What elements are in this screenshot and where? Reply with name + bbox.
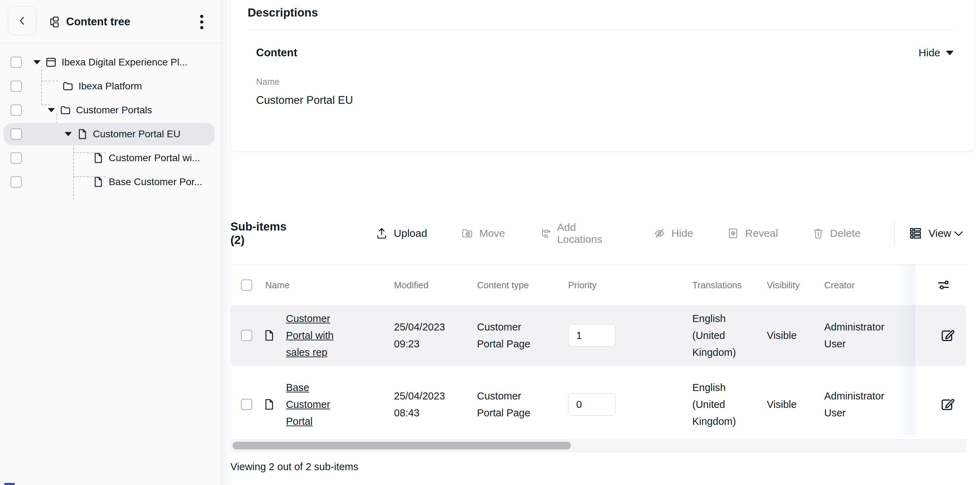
- view-button[interactable]: View: [909, 227, 951, 240]
- caret-down-icon: [946, 51, 954, 55]
- caret-down-icon[interactable]: [65, 132, 72, 136]
- visibility-cell: Visible: [767, 396, 819, 413]
- subitems-toolbar: Upload Move Add Locations Hide: [375, 221, 951, 246]
- subitem-name-link[interactable]: Base Customer Portal: [286, 382, 330, 427]
- file-icon: [263, 398, 275, 411]
- file-icon: [263, 329, 275, 342]
- row-checkbox[interactable]: [241, 330, 252, 341]
- reveal-icon: [727, 227, 740, 240]
- edit-button[interactable]: [939, 396, 955, 413]
- move-button[interactable]: Move: [461, 227, 505, 240]
- tree-item-ibexa-dxp[interactable]: Ibexa Digital Experience Pl...: [0, 50, 221, 74]
- table-header-row: Name Modified Content type Priority Tran…: [231, 265, 966, 305]
- column-header-translations[interactable]: Translations: [692, 279, 742, 290]
- tree-item-customer-portal-eu[interactable]: Customer Portal EU: [0, 122, 221, 146]
- chevron-left-icon: [16, 15, 28, 27]
- priority-input[interactable]: [568, 393, 616, 416]
- add-locations-button[interactable]: Add Locations: [539, 222, 619, 245]
- add-locations-label: Add Locations: [557, 222, 619, 245]
- tree-options-menu-button[interactable]: [194, 13, 208, 31]
- table-row: Customer Portal with sales rep 25/04/202…: [231, 305, 966, 366]
- sidebar-title: Content tree: [66, 16, 130, 28]
- modified-cell: 25/04/2023 09:23: [394, 319, 471, 352]
- horizontal-scrollbar[interactable]: [231, 439, 966, 452]
- content-tree-header: Content tree: [0, 0, 221, 43]
- reveal-button[interactable]: Reveal: [727, 227, 778, 240]
- hide-section-button[interactable]: Hide: [918, 47, 954, 59]
- column-header-priority[interactable]: Priority: [568, 279, 597, 290]
- descriptions-section-title: Descriptions: [248, 6, 954, 19]
- select-all-checkbox[interactable]: [241, 279, 252, 291]
- creator-cell: Administrator User: [824, 319, 893, 352]
- subitems-title: Sub-items (2): [231, 220, 303, 247]
- folder-icon: [62, 80, 74, 92]
- hide-button[interactable]: Hide: [653, 227, 693, 240]
- column-header-modified[interactable]: Modified: [394, 279, 428, 290]
- edit-button[interactable]: [939, 327, 955, 343]
- content-tree-sidebar: Content tree Ibexa Digital Experience Pl…: [0, 0, 221, 485]
- tree-item-checkbox[interactable]: [11, 57, 22, 68]
- content-tree-icon: [48, 16, 60, 28]
- column-settings-icon[interactable]: [935, 278, 951, 293]
- priority-input[interactable]: [568, 324, 616, 347]
- caret-down-icon[interactable]: [33, 60, 40, 64]
- reveal-label: Reveal: [745, 227, 778, 239]
- delete-label: Delete: [830, 227, 861, 239]
- column-header-name[interactable]: Name: [265, 279, 290, 290]
- table-row: Base Customer Portal 25/04/2023 08:43 Cu…: [231, 374, 966, 435]
- delete-button[interactable]: Delete: [812, 227, 861, 240]
- row-checkbox[interactable]: [241, 399, 252, 410]
- name-field-label: Name: [256, 77, 954, 87]
- tree-item-checkbox[interactable]: [11, 152, 22, 164]
- tree-item-ibexa-platform[interactable]: Ibexa Platform: [0, 74, 221, 98]
- site-icon: [45, 56, 57, 68]
- content-type-cell: Customer Portal Page: [477, 388, 546, 421]
- file-icon: [76, 128, 88, 140]
- folder-icon: [59, 104, 72, 116]
- name-field-value: Customer Portal EU: [256, 94, 954, 107]
- subitems-table: Name Modified Content type Priority Tran…: [231, 265, 966, 435]
- upload-button[interactable]: Upload: [375, 227, 427, 240]
- tree-item-base-customer-portal[interactable]: Base Customer Por...: [0, 170, 221, 194]
- subitems-header: Sub-items (2) Upload Move Add Locations: [231, 217, 966, 249]
- eye-off-icon: [653, 227, 666, 240]
- tree-item-label: Base Customer Por...: [109, 176, 202, 188]
- toolbar-divider: [894, 221, 895, 246]
- hidden-blue-button[interactable]: [4, 483, 15, 485]
- chevron-down-icon[interactable]: [951, 226, 966, 241]
- tree-item-checkbox[interactable]: [11, 81, 22, 92]
- move-icon: [461, 227, 474, 240]
- creator-cell: Administrator User: [824, 388, 893, 421]
- content-type-cell: Customer Portal Page: [477, 319, 546, 352]
- move-label: Move: [479, 227, 505, 239]
- trash-icon: [812, 227, 824, 240]
- translations-cell: English (United Kingdom): [692, 310, 743, 361]
- column-header-visibility[interactable]: Visibility: [767, 279, 800, 290]
- scrollbar-thumb[interactable]: [232, 442, 571, 450]
- column-header-creator[interactable]: Creator: [824, 279, 855, 290]
- visibility-cell: Visible: [767, 327, 819, 344]
- hide-section-label: Hide: [918, 47, 940, 59]
- collapse-tree-button[interactable]: [8, 6, 37, 35]
- content-fields-card: Descriptions Content Hide Name Customer …: [231, 0, 975, 152]
- file-icon: [92, 152, 104, 164]
- content-tree: Ibexa Digital Experience Pl... Ibexa Pla…: [0, 43, 221, 194]
- tree-item-customer-portal-with[interactable]: Customer Portal wi...: [0, 146, 221, 170]
- caret-down-icon[interactable]: [48, 108, 55, 112]
- tree-item-checkbox[interactable]: [11, 176, 22, 188]
- tree-item-checkbox[interactable]: [11, 105, 22, 116]
- tree-item-label: Customer Portal EU: [93, 128, 180, 140]
- content-group-title: Content: [256, 46, 297, 59]
- main-content: Descriptions Content Hide Name Customer …: [222, 0, 980, 485]
- tree-item-label: Ibexa Digital Experience Pl...: [62, 57, 188, 68]
- file-icon: [92, 176, 104, 188]
- upload-label: Upload: [394, 227, 427, 239]
- upload-icon: [375, 227, 388, 240]
- hide-label: Hide: [671, 227, 693, 239]
- subitem-name-link[interactable]: Customer Portal with sales rep: [286, 313, 334, 358]
- tree-item-label: Ibexa Platform: [78, 81, 142, 92]
- subitems-count-text: Viewing 2 out of 2 sub-items: [231, 461, 358, 473]
- tree-item-checkbox[interactable]: [11, 128, 22, 140]
- column-header-content-type[interactable]: Content type: [477, 279, 529, 290]
- tree-item-customer-portals[interactable]: Customer Portals: [0, 98, 221, 122]
